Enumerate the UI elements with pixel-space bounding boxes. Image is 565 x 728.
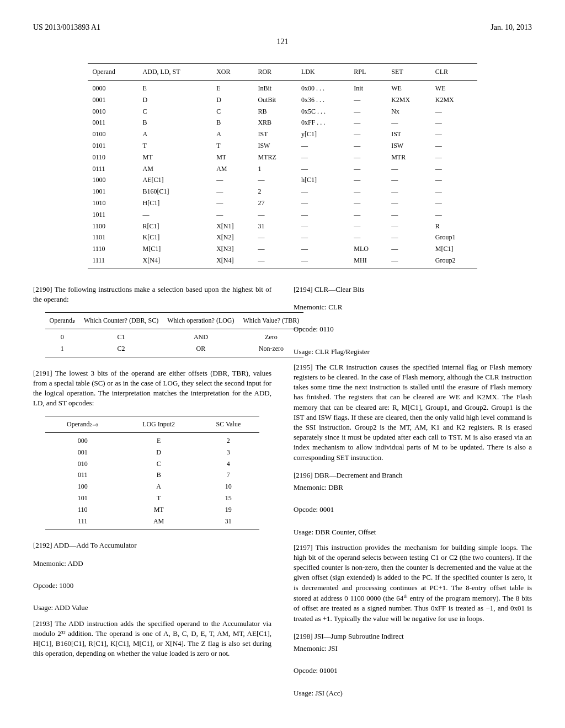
cell: D bbox=[120, 447, 197, 458]
cell: 0000 bbox=[88, 80, 138, 94]
table-row: 110MT19 bbox=[45, 504, 260, 516]
table-row: 0110MTMTMTRZ——MTR— bbox=[88, 152, 477, 163]
page-header: US 2013/0013893 A1 Jan. 10, 2013 bbox=[33, 22, 532, 33]
th: Which operation? (LOG) bbox=[163, 313, 238, 329]
operand20-table-wrap: Operand₂₋₀ LOG Input2 SC Value 000E2001D… bbox=[45, 416, 260, 529]
cell: 000 bbox=[45, 433, 120, 447]
operand20-table: Operand₂₋₀ LOG Input2 SC Value 000E2001D… bbox=[45, 416, 260, 529]
cell: 0111 bbox=[88, 163, 138, 175]
para-2191: [2191] The lowest 3 bits of the operand … bbox=[33, 368, 271, 409]
cell: — bbox=[349, 152, 387, 163]
cell: 0110 bbox=[88, 152, 138, 163]
cell: IST bbox=[387, 129, 431, 140]
cell: Nx bbox=[387, 106, 431, 117]
cell: OR bbox=[163, 343, 238, 357]
cell: T bbox=[212, 140, 253, 152]
table-row: 0011BBXRB0xFF . . .——— bbox=[88, 117, 477, 129]
cell: — bbox=[212, 174, 253, 186]
operand-table: Operand ADD, LD, ST XOR ROR LDK RPL SET … bbox=[88, 63, 477, 269]
cell: — bbox=[297, 163, 349, 175]
table-row: 1001B160[C1]—2———— bbox=[88, 186, 477, 197]
cell: MLO bbox=[349, 243, 387, 255]
cell: — bbox=[387, 197, 431, 209]
para-2196: [2196] DBR—Decrement and Branch bbox=[294, 470, 532, 480]
cell: E bbox=[138, 80, 212, 94]
cell: Group2 bbox=[431, 255, 477, 269]
cell: 1100 bbox=[88, 221, 138, 232]
cell: — bbox=[387, 186, 431, 197]
cell: C bbox=[138, 106, 212, 117]
cell: — bbox=[253, 243, 296, 255]
cell: C2 bbox=[79, 343, 163, 357]
clr-mnemonic: Mnemonic: CLR bbox=[294, 302, 532, 312]
dbr-block: Mnemonic: DBR Opcode: 0001 Usage: DBR Co… bbox=[294, 483, 532, 537]
cell: 1110 bbox=[88, 243, 138, 255]
cell: y[C1] bbox=[297, 129, 349, 140]
cell: 0101 bbox=[88, 140, 138, 152]
cell: H[C1] bbox=[138, 197, 212, 209]
cell: 0010 bbox=[88, 106, 138, 117]
operand-table-wrap: Operand ADD, LD, ST XOR ROR LDK RPL SET … bbox=[88, 63, 477, 269]
cell: — bbox=[431, 209, 477, 221]
cell: K[C1] bbox=[138, 232, 212, 243]
table-row: 0000EEInBit0x00 . . .InitWEWE bbox=[88, 80, 477, 94]
th: CLR bbox=[431, 64, 477, 81]
table-row: 001D3 bbox=[45, 447, 260, 458]
cell: AM bbox=[120, 516, 197, 529]
para-2197: [2197] This instruction provides the mec… bbox=[294, 543, 532, 624]
table-row: 0010CCRB0x5C . . .—Nx— bbox=[88, 106, 477, 117]
cell: K2MX bbox=[387, 94, 431, 106]
cell: M[C1] bbox=[138, 243, 212, 255]
cell: 0xFF . . . bbox=[297, 117, 349, 129]
cell: 1011 bbox=[88, 209, 138, 221]
operand3-table: Operand₃ Which Counter? (DBR, SC) Which … bbox=[45, 312, 304, 357]
cell: C bbox=[212, 106, 253, 117]
para-2195: [2195] The CLR instruction causes the sp… bbox=[294, 362, 532, 463]
table-row: 1101K[C1]X[N2]————Group1 bbox=[88, 232, 477, 243]
cell: — bbox=[297, 197, 349, 209]
th: LOG Input2 bbox=[120, 416, 197, 433]
table-row: 1100R[C1]X[N1]31———R bbox=[88, 221, 477, 232]
table-row: 000E2 bbox=[45, 433, 260, 447]
cell: T bbox=[120, 493, 197, 504]
cell: — bbox=[387, 255, 431, 269]
cell: — bbox=[387, 163, 431, 175]
cell: — bbox=[431, 117, 477, 129]
cell: B bbox=[120, 469, 197, 481]
cell: 31 bbox=[197, 516, 259, 529]
cell: AE[C1] bbox=[138, 174, 212, 186]
th: Which Counter? (DBR, SC) bbox=[79, 313, 163, 329]
cell: 100 bbox=[45, 481, 120, 493]
cell: 0x36 . . . bbox=[297, 94, 349, 106]
table-row: 0100AAISTy[C1]—IST— bbox=[88, 129, 477, 140]
cell: — bbox=[349, 209, 387, 221]
cell: E bbox=[120, 433, 197, 447]
table-row: 010C4 bbox=[45, 458, 260, 470]
para-2193: [2193] The ADD instruction adds the spec… bbox=[33, 619, 271, 659]
cell: — bbox=[349, 163, 387, 175]
cell: InBit bbox=[253, 80, 296, 94]
table-row: 011B7 bbox=[45, 469, 260, 481]
table-row: 1110M[C1]X[N3]——MLO—M[C1] bbox=[88, 243, 477, 255]
th: SC Value bbox=[197, 416, 259, 433]
cell: 011 bbox=[45, 469, 120, 481]
cell: D bbox=[138, 94, 212, 106]
th: XOR bbox=[212, 64, 253, 81]
cell: — bbox=[431, 174, 477, 186]
operand3-table-wrap: Operand₃ Which Counter? (DBR, SC) Which … bbox=[45, 312, 260, 357]
cell: X[N1] bbox=[212, 221, 253, 232]
cell: — bbox=[431, 152, 477, 163]
cell: — bbox=[253, 255, 296, 269]
cell: 3 bbox=[197, 447, 259, 458]
left-column: [2190] The following instructions make a… bbox=[33, 285, 271, 704]
cell: 31 bbox=[253, 221, 296, 232]
dbr-usage: Usage: DBR Counter, Offset bbox=[294, 527, 532, 537]
cell: — bbox=[431, 186, 477, 197]
cell: ISW bbox=[253, 140, 296, 152]
th: Operand bbox=[88, 64, 138, 81]
cell: OutBit bbox=[253, 94, 296, 106]
cell: — bbox=[387, 117, 431, 129]
cell: A bbox=[212, 129, 253, 140]
cell: MT bbox=[120, 504, 197, 516]
cell: 4 bbox=[197, 458, 259, 470]
